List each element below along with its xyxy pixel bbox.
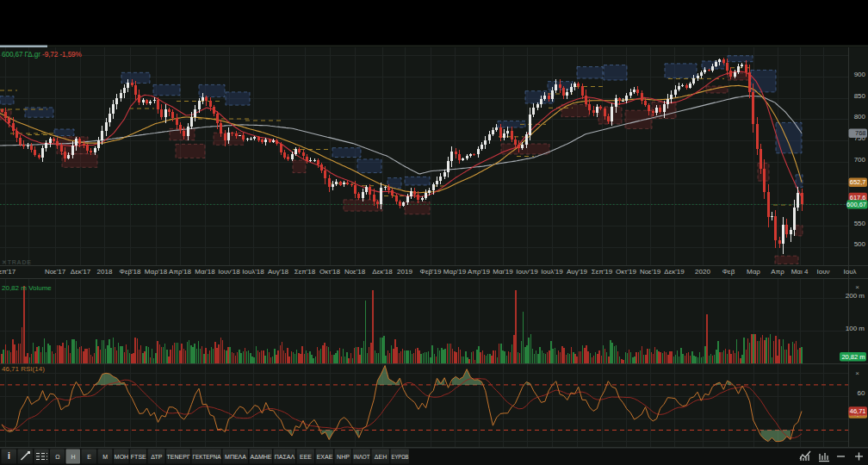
svg-text:20,82 m Volume: 20,82 m Volume bbox=[2, 284, 52, 292]
svg-text:ΕΥΡΩΒ: ΕΥΡΩΒ bbox=[392, 454, 409, 460]
svg-text:Μαι 4: Μαι 4 bbox=[791, 268, 809, 276]
svg-text:Ιουλ'18: Ιουλ'18 bbox=[242, 268, 264, 276]
svg-text:800: 800 bbox=[854, 113, 866, 121]
svg-text:Μαρ'18: Μαρ'18 bbox=[145, 268, 168, 276]
svg-text:×: × bbox=[855, 369, 859, 377]
svg-text:60: 60 bbox=[858, 389, 865, 397]
svg-text:Ιουν'19: Ιουν'19 bbox=[516, 268, 538, 276]
svg-text:FTSE: FTSE bbox=[131, 454, 146, 460]
svg-text:Φεβ: Φεβ bbox=[722, 268, 735, 276]
svg-text:M: M bbox=[102, 454, 108, 460]
svg-text:900: 900 bbox=[854, 71, 866, 78]
svg-text:Απρ'19: Απρ'19 bbox=[468, 268, 490, 276]
svg-text:Φεβ'18: Φεβ'18 bbox=[120, 268, 142, 276]
svg-text:Σεπ'19: Σεπ'19 bbox=[592, 268, 613, 276]
svg-text:Ιουν'18: Ιουν'18 bbox=[218, 268, 240, 276]
svg-text:46,71: 46,71 bbox=[850, 407, 866, 415]
svg-text:768: 768 bbox=[855, 129, 866, 137]
svg-text:550: 550 bbox=[854, 220, 866, 227]
svg-text:ΠΑΣΑΛ: ΠΑΣΑΛ bbox=[275, 454, 295, 460]
svg-text:Νοε'19: Νοε'19 bbox=[640, 268, 661, 276]
svg-text:Σεπ'18: Σεπ'18 bbox=[294, 268, 316, 276]
svg-text:✕TRADE: ✕TRADE bbox=[2, 259, 32, 265]
svg-text:Δεκ'17: Δεκ'17 bbox=[71, 268, 91, 276]
svg-text:Μαρ: Μαρ bbox=[747, 268, 760, 276]
svg-text:500: 500 bbox=[854, 240, 866, 248]
svg-text:×: × bbox=[855, 283, 859, 291]
svg-text:Σεπ'17: Σεπ'17 bbox=[0, 268, 16, 276]
svg-text:ΕΕΕ: ΕΕΕ bbox=[300, 454, 312, 460]
svg-text:Απρ: Απρ bbox=[771, 268, 784, 276]
svg-text:600,67 ΓΔ.gr -9,72 -1,59%: 600,67 ΓΔ.gr -9,72 -1,59% bbox=[2, 51, 82, 59]
svg-text:Μαι'19: Μαι'19 bbox=[493, 268, 513, 276]
svg-text:652,7: 652,7 bbox=[850, 178, 866, 186]
svg-text:Απρ'18: Απρ'18 bbox=[169, 268, 191, 276]
svg-text:Ω: Ω bbox=[55, 454, 59, 460]
svg-text:Οκτ'18: Οκτ'18 bbox=[319, 268, 340, 276]
svg-text:46,71 RSI(14): 46,71 RSI(14) bbox=[2, 365, 45, 373]
svg-text:ΜΠΕΛΑ: ΜΠΕΛΑ bbox=[225, 454, 246, 460]
svg-text:Οκτ'19: Οκτ'19 bbox=[616, 268, 636, 276]
svg-text:Φεβ'19: Φεβ'19 bbox=[420, 268, 443, 276]
svg-text:100 m: 100 m bbox=[846, 325, 865, 332]
svg-text:850: 850 bbox=[854, 92, 866, 100]
svg-text:ΔΕΗ: ΔΕΗ bbox=[375, 454, 387, 460]
svg-text:ΕΧΑΕ: ΕΧΑΕ bbox=[317, 454, 333, 460]
svg-text:ΓΕΚΤΕΡΝΑ: ΓΕΚΤΕΡΝΑ bbox=[193, 454, 221, 460]
svg-text:600,67: 600,67 bbox=[846, 201, 866, 208]
svg-text:i: i bbox=[8, 451, 10, 461]
svg-text:Νοε'17: Νοε'17 bbox=[45, 268, 66, 276]
svg-text:Αυγ'19: Αυγ'19 bbox=[567, 268, 588, 276]
svg-text:Μαρ'19: Μαρ'19 bbox=[443, 268, 467, 276]
svg-text:2018: 2018 bbox=[97, 268, 113, 276]
svg-text:700: 700 bbox=[854, 156, 866, 164]
svg-text:ΝΗΡ: ΝΗΡ bbox=[337, 454, 350, 460]
svg-text:Ιουλ'19: Ιουλ'19 bbox=[541, 268, 563, 276]
svg-text:ΜΟΗ: ΜΟΗ bbox=[115, 454, 128, 460]
svg-text:Δεκ'18: Δεκ'18 bbox=[372, 268, 393, 276]
svg-text:Ιουν: Ιουν bbox=[816, 268, 829, 276]
svg-text:ΤΕΝΕΡΓ: ΤΕΝΕΡΓ bbox=[167, 454, 190, 460]
svg-text:Νοε'18: Νοε'18 bbox=[344, 268, 366, 276]
svg-text:2019: 2019 bbox=[397, 268, 412, 276]
svg-text:Μαι'18: Μαι'18 bbox=[195, 268, 215, 276]
svg-text:2020: 2020 bbox=[695, 268, 710, 276]
svg-text:Δεκ'19: Δεκ'19 bbox=[664, 268, 685, 276]
svg-text:20,82 m: 20,82 m bbox=[841, 353, 865, 361]
svg-text:Ιουλ: Ιουλ bbox=[843, 268, 856, 276]
svg-text:Αυγ'18: Αυγ'18 bbox=[268, 268, 289, 276]
svg-text:200 m: 200 m bbox=[846, 292, 865, 300]
svg-text:E: E bbox=[87, 454, 91, 460]
svg-text:ΑΔΜΗΕ: ΑΔΜΗΕ bbox=[251, 454, 272, 460]
svg-text:H: H bbox=[71, 454, 75, 460]
svg-text:ΙΝΛΟΤ: ΙΝΛΟΤ bbox=[354, 454, 371, 460]
svg-text:ΔΤΡ: ΔΤΡ bbox=[151, 454, 163, 460]
